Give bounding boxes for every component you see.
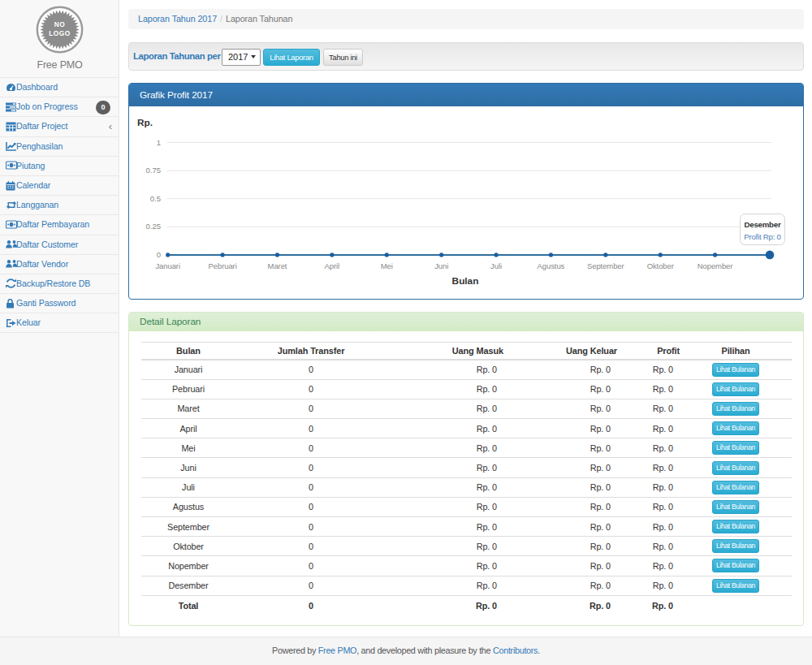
svg-text:Rp.: Rp.: [137, 117, 153, 128]
svg-text:September: September: [587, 261, 624, 270]
svg-text:Juli: Juli: [490, 261, 502, 270]
svg-text:LOGO: LOGO: [49, 29, 71, 37]
svg-text:Oktober: Oktober: [647, 261, 674, 270]
svg-text:0.75: 0.75: [146, 166, 162, 175]
svg-text:Pebruari: Pebruari: [209, 261, 237, 270]
svg-text:Mei: Mei: [381, 261, 393, 270]
svg-text:0: 0: [157, 250, 161, 259]
svg-text:Desember: Desember: [745, 220, 781, 229]
svg-text:1: 1: [157, 138, 161, 147]
svg-text:NO: NO: [54, 20, 66, 28]
svg-text:Bulan: Bulan: [452, 275, 479, 287]
svg-text:Agustus: Agustus: [538, 261, 565, 270]
svg-text:Januari: Januari: [155, 261, 179, 270]
svg-text:Nopember: Nopember: [698, 261, 733, 270]
svg-text:April: April: [325, 261, 340, 270]
svg-text:Juni: Juni: [434, 261, 448, 270]
svg-text:Profit Rp: 0: Profit Rp: 0: [744, 232, 781, 241]
svg-text:Maret: Maret: [268, 261, 287, 270]
svg-text:0.25: 0.25: [146, 222, 162, 231]
svg-text:0.5: 0.5: [150, 194, 161, 203]
